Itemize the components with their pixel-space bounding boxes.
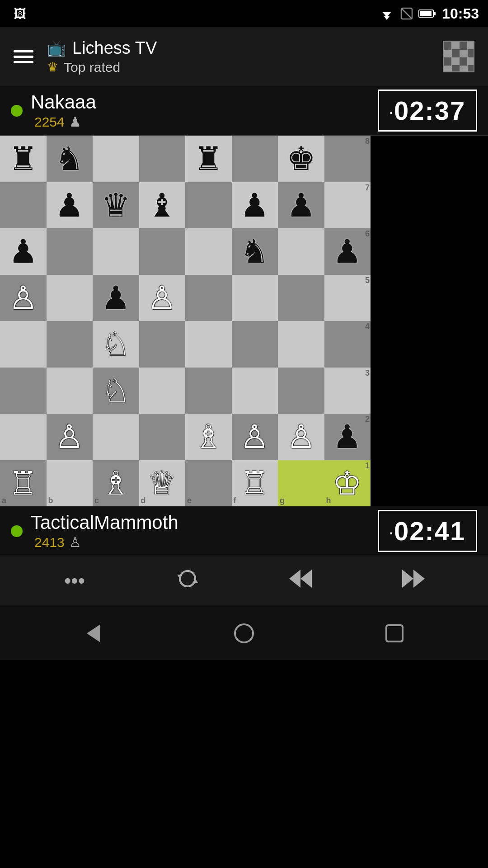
cell-b6[interactable]: [47, 228, 93, 275]
cell-d3[interactable]: [139, 368, 186, 414]
rank-label-1: 1: [365, 461, 370, 471]
cell-h2[interactable]: 2♟: [324, 414, 371, 460]
menu-button[interactable]: [14, 50, 33, 63]
cell-a7[interactable]: [0, 182, 47, 229]
cell-f8[interactable]: [232, 136, 278, 182]
cell-g8[interactable]: ♚: [278, 136, 324, 182]
cell-b1[interactable]: b: [47, 460, 93, 507]
cell-f2[interactable]: ♙: [232, 414, 278, 460]
cell-c7[interactable]: ♛: [93, 182, 139, 229]
cell-b5[interactable]: [47, 275, 93, 321]
file-label-h: h: [326, 496, 331, 505]
file-label-g: g: [280, 496, 285, 505]
cell-g5[interactable]: [278, 275, 324, 321]
cell-d7[interactable]: ♝: [139, 182, 186, 229]
svg-line-3: [401, 8, 412, 19]
cell-a5[interactable]: ♙: [0, 275, 47, 321]
cell-d5[interactable]: ♙: [139, 275, 186, 321]
cell-f4[interactable]: [232, 321, 278, 368]
cell-f6[interactable]: ♞: [232, 228, 278, 275]
recents-button[interactable]: [372, 615, 417, 651]
cell-e7[interactable]: [185, 182, 232, 229]
piece-h1: ♔: [333, 467, 362, 500]
cell-e5[interactable]: [185, 275, 232, 321]
player-bottom-rating: 2413: [34, 535, 65, 550]
chess-pattern-icon[interactable]: [443, 41, 474, 72]
cell-h4[interactable]: 4: [324, 321, 371, 368]
player-bottom-clock-dot: ·: [389, 526, 394, 541]
cell-a3[interactable]: [0, 368, 47, 414]
cell-c8[interactable]: [93, 136, 139, 182]
player-bottom-panel: TacticalMammoth 2413 ♙ ·02:41: [0, 506, 488, 556]
svg-marker-10: [289, 570, 300, 588]
rank-label-2: 2: [365, 415, 370, 424]
cell-h5[interactable]: 5: [324, 275, 371, 321]
file-label-c: c: [94, 496, 99, 505]
cell-c5[interactable]: ♟: [93, 275, 139, 321]
cell-e1[interactable]: e: [185, 460, 232, 507]
cell-d2[interactable]: [139, 414, 186, 460]
cell-d1[interactable]: d♕: [139, 460, 186, 507]
cell-a8[interactable]: ♜: [0, 136, 47, 182]
home-button[interactable]: [221, 615, 267, 651]
piece-f7: ♟: [240, 189, 269, 222]
cell-g2[interactable]: ♙: [278, 414, 324, 460]
cell-c1[interactable]: c♗: [93, 460, 139, 507]
rank-label-7: 7: [365, 183, 370, 193]
cell-c4[interactable]: ♘: [93, 321, 139, 368]
player-bottom-clock-time: 02:41: [394, 516, 465, 546]
cell-e3[interactable]: [185, 368, 232, 414]
piece-a6: ♟: [9, 235, 38, 268]
piece-h2: ♟: [333, 420, 362, 453]
cell-f3[interactable]: [232, 368, 278, 414]
piece-c1: ♗: [101, 467, 131, 500]
fast-forward-button[interactable]: [395, 563, 432, 599]
cell-c2[interactable]: [93, 414, 139, 460]
more-button[interactable]: •••: [56, 563, 93, 599]
cell-f1[interactable]: f♖: [232, 460, 278, 507]
cell-d4[interactable]: [139, 321, 186, 368]
cell-c3[interactable]: ♘: [93, 368, 139, 414]
piece-c5: ♟: [101, 282, 131, 314]
refresh-button[interactable]: [169, 563, 206, 599]
piece-e2: ♗: [194, 420, 223, 453]
cell-e8[interactable]: ♜: [185, 136, 232, 182]
svg-rect-6: [433, 12, 436, 15]
cell-g7[interactable]: ♟: [278, 182, 324, 229]
back-button[interactable]: [71, 615, 116, 651]
piece-d1: ♕: [147, 467, 177, 500]
cell-h8[interactable]: 8: [324, 136, 371, 182]
cell-e2[interactable]: ♗: [185, 414, 232, 460]
cell-g6[interactable]: [278, 228, 324, 275]
cell-h1[interactable]: 1h♔: [324, 460, 371, 507]
cell-b4[interactable]: [47, 321, 93, 368]
cell-f5[interactable]: [232, 275, 278, 321]
cell-c6[interactable]: [93, 228, 139, 275]
cell-h6[interactable]: 6♟: [324, 228, 371, 275]
cell-b7[interactable]: ♟: [47, 182, 93, 229]
rank-label-6: 6: [365, 229, 370, 239]
battery-icon: [418, 9, 436, 19]
cell-g1[interactable]: g: [278, 460, 324, 507]
cell-b8[interactable]: ♞: [47, 136, 93, 182]
toolbar: •••: [0, 556, 488, 606]
piece-d5: ♙: [147, 282, 177, 314]
cell-a4[interactable]: [0, 321, 47, 368]
cell-b3[interactable]: [47, 368, 93, 414]
cell-f7[interactable]: ♟: [232, 182, 278, 229]
cell-g4[interactable]: [278, 321, 324, 368]
cell-h7[interactable]: 7: [324, 182, 371, 229]
cell-a6[interactable]: ♟: [0, 228, 47, 275]
cell-e6[interactable]: [185, 228, 232, 275]
cell-g3[interactable]: [278, 368, 324, 414]
cell-e4[interactable]: [185, 321, 232, 368]
cell-d8[interactable]: [139, 136, 186, 182]
chess-board[interactable]: ♜♞♜♚8♟♛♝♟♟7♟♞6♟♙♟♙5♘4♘3♙♗♙♙2♟a♖bc♗d♕ef♖g…: [0, 136, 371, 506]
rewind-button[interactable]: [282, 563, 319, 599]
svg-marker-12: [413, 570, 425, 588]
cell-h3[interactable]: 3: [324, 368, 371, 414]
cell-a1[interactable]: a♖: [0, 460, 47, 507]
cell-a2[interactable]: [0, 414, 47, 460]
cell-d6[interactable]: [139, 228, 186, 275]
cell-b2[interactable]: ♙: [47, 414, 93, 460]
